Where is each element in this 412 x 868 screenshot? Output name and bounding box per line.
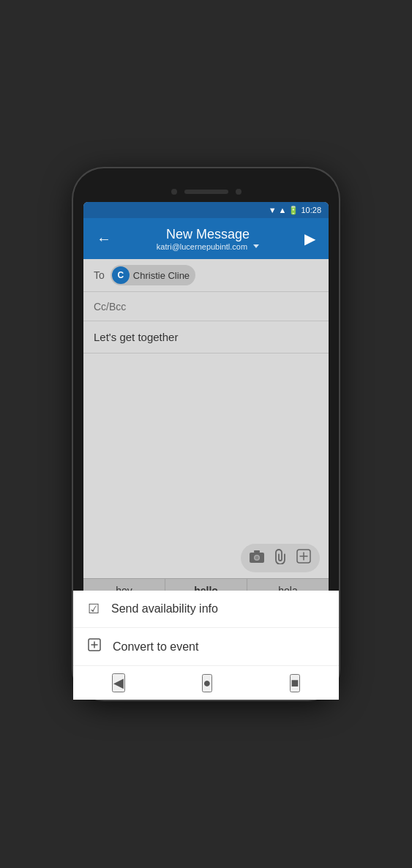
phone-screen: ▼ ▲ 🔋 10:28 ← New Message katri@lucernep… — [83, 202, 329, 666]
from-email: katri@lucernepubintl.com — [157, 242, 247, 251]
recipient-name: Christie Cline — [133, 270, 190, 281]
compose-area: To C Christie Cline Cc/Bcc Let's get tog… — [83, 259, 329, 666]
popup-item-availability[interactable]: ☑ Send availability info — [83, 591, 329, 627]
to-label: To — [94, 269, 105, 281]
subject-row[interactable]: Let's get together — [83, 321, 329, 353]
send-button[interactable]: ▶ — [301, 227, 318, 250]
svg-point-2 — [255, 556, 259, 560]
toolbar-buttons — [241, 544, 320, 572]
compose-toolbar — [83, 538, 329, 578]
convert-icon — [88, 638, 101, 655]
svg-rect-3 — [254, 550, 260, 553]
to-row[interactable]: To C Christie Cline — [83, 259, 329, 292]
nav-bar: ◀ ● ■ — [83, 665, 329, 666]
dropdown-arrow-icon — [253, 244, 259, 248]
app-bar-subtitle[interactable]: katri@lucernepubintl.com — [157, 242, 259, 251]
time-display: 10:28 — [301, 206, 321, 214]
camera-button[interactable] — [250, 550, 264, 566]
front-camera-left — [171, 189, 177, 195]
front-camera-right — [236, 189, 241, 195]
recipient-avatar: C — [112, 266, 130, 284]
status-bar: ▼ ▲ 🔋 10:28 — [83, 202, 329, 218]
wifi-icon: ▼ — [269, 206, 277, 214]
popup-item-convert[interactable]: Convert to event — [83, 627, 329, 665]
signal-icon: ▲ — [279, 206, 287, 214]
cc-bcc-row[interactable]: Cc/Bcc — [83, 292, 329, 321]
recipient-chip[interactable]: C Christie Cline — [111, 265, 195, 285]
availability-icon: ☑ — [88, 601, 100, 617]
app-bar-title: New Message katri@lucernepubintl.com — [157, 227, 259, 251]
attach-button[interactable] — [274, 548, 286, 568]
phone-top-bar — [83, 182, 329, 202]
subject-text: Let's get together — [94, 331, 178, 343]
app-bar: ← New Message katri@lucernepubintl.com ▶ — [83, 218, 329, 259]
battery-icon: 🔋 — [288, 206, 299, 215]
cc-bcc-label: Cc/Bcc — [94, 301, 126, 313]
app-bar-title-text: New Message — [166, 227, 250, 242]
convert-label: Convert to event — [113, 640, 198, 654]
back-button[interactable]: ← — [94, 228, 114, 250]
availability-label: Send availability info — [111, 602, 218, 616]
body-area[interactable] — [83, 353, 329, 538]
add-button[interactable] — [296, 549, 311, 567]
popup-overlay: ☑ Send availability info Convert to even… — [83, 591, 329, 666]
status-icons: ▼ ▲ 🔋 10:28 — [269, 206, 321, 215]
phone-frame: ▼ ▲ 🔋 10:28 ← New Message katri@lucernep… — [73, 168, 339, 700]
speaker — [184, 190, 228, 194]
